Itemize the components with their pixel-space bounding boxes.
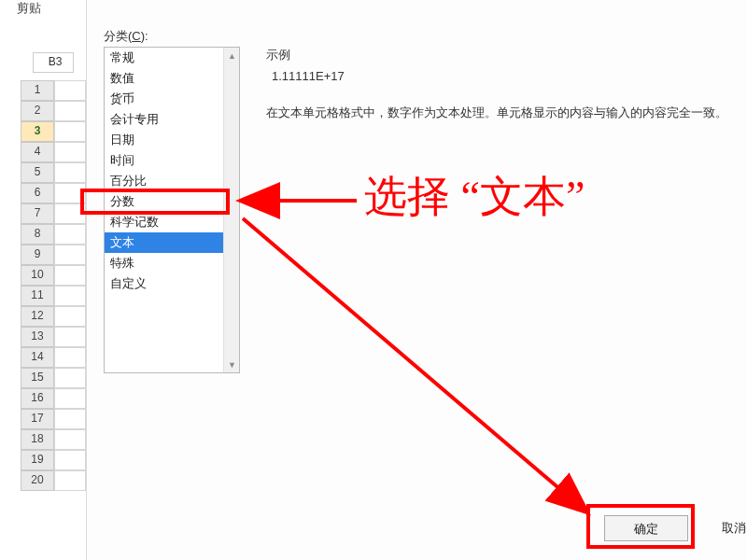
sheet-row: 7 — [21, 203, 86, 224]
sheet-row: 20 — [21, 470, 86, 491]
category-item[interactable]: 货币 — [105, 89, 239, 109]
cell[interactable] — [54, 470, 86, 491]
sheet-grid: 1234567891011121314151617181920 — [21, 80, 86, 491]
ribbon-clipboard-label: 剪贴 — [17, 0, 41, 17]
sheet-row: 5 — [21, 162, 86, 183]
category-item[interactable]: 时间 — [105, 150, 239, 171]
cell[interactable] — [54, 409, 86, 429]
example-value: 1.11111E+17 — [266, 65, 733, 87]
annotation-instruction: 选择 “文本” — [364, 168, 585, 226]
row-header[interactable]: 18 — [21, 429, 54, 450]
row-header[interactable]: 9 — [21, 245, 54, 265]
cell[interactable] — [54, 162, 86, 183]
sheet-row: 15 — [21, 368, 86, 388]
cell[interactable] — [54, 142, 86, 162]
sheet-row: 9 — [21, 245, 86, 265]
row-header[interactable]: 14 — [21, 347, 54, 368]
row-header[interactable]: 7 — [21, 203, 54, 224]
sheet-row: 16 — [21, 388, 86, 409]
row-header[interactable]: 20 — [21, 470, 54, 491]
sheet-row: 19 — [21, 450, 86, 470]
cell[interactable] — [54, 347, 86, 368]
row-header[interactable]: 10 — [21, 265, 54, 286]
category-label: 分类(C): — [104, 28, 148, 45]
cell[interactable] — [54, 429, 86, 450]
category-item[interactable]: 特殊 — [105, 253, 239, 273]
row-header[interactable]: 15 — [21, 368, 54, 388]
cell[interactable] — [54, 265, 86, 286]
sheet-row: 18 — [21, 429, 86, 450]
row-header[interactable]: 8 — [21, 224, 54, 245]
cell[interactable] — [54, 224, 86, 245]
category-item[interactable]: 数值 — [105, 68, 239, 89]
format-description: 在文本单元格格式中，数字作为文本处理。单元格显示的内容与输入的内容完全一致。 — [266, 103, 747, 123]
row-header[interactable]: 6 — [21, 183, 54, 203]
sheet-row: 12 — [21, 306, 86, 327]
row-header[interactable]: 1 — [21, 80, 54, 101]
cell[interactable] — [54, 450, 86, 470]
category-item[interactable]: 日期 — [105, 130, 239, 150]
cell[interactable] — [54, 245, 86, 265]
category-item[interactable]: 文本 — [105, 232, 239, 253]
sheet-row: 1 — [21, 80, 86, 101]
category-item[interactable]: 会计专用 — [105, 109, 239, 130]
sheet-row: 6 — [21, 183, 86, 203]
format-cells-dialog: 分类(C): 常规数值货币会计专用日期时间百分比分数科学记数文本特殊自定义 ▲ … — [86, 0, 747, 560]
cell[interactable] — [54, 101, 86, 121]
row-header[interactable]: 4 — [21, 142, 54, 162]
sheet-row: 2 — [21, 101, 86, 121]
cell[interactable] — [54, 80, 86, 101]
sheet-row: 17 — [21, 409, 86, 429]
row-header[interactable]: 2 — [21, 101, 54, 121]
sheet-row: 4 — [21, 142, 86, 162]
spreadsheet-fragment: 剪贴 B3 1234567891011121314151617181920 — [0, 0, 86, 560]
sheet-row: 13 — [21, 327, 86, 347]
cancel-button[interactable]: 取消 — [722, 515, 747, 541]
category-item[interactable]: 科学记数 — [105, 212, 239, 232]
row-header[interactable]: 19 — [21, 450, 54, 470]
sheet-row: 10 — [21, 265, 86, 286]
row-header[interactable]: 13 — [21, 327, 54, 347]
sheet-row: 14 — [21, 347, 86, 368]
cell[interactable] — [54, 286, 86, 306]
row-header[interactable]: 12 — [21, 306, 54, 327]
cell[interactable] — [54, 327, 86, 347]
annotation-box-text-item — [80, 189, 230, 215]
scroll-down-icon[interactable]: ▼ — [224, 357, 240, 372]
row-header[interactable]: 16 — [21, 388, 54, 409]
category-item[interactable]: 自定义 — [105, 273, 239, 294]
row-header[interactable]: 3 — [21, 121, 54, 142]
sheet-row: 11 — [21, 286, 86, 306]
example-label: 示例 — [266, 47, 290, 63]
row-header[interactable]: 11 — [21, 286, 54, 306]
scroll-up-icon[interactable]: ▲ — [224, 48, 240, 63]
sheet-row: 8 — [21, 224, 86, 245]
cell[interactable] — [54, 121, 86, 142]
name-box[interactable]: B3 — [33, 52, 74, 73]
row-header[interactable]: 5 — [21, 162, 54, 183]
cell[interactable] — [54, 306, 86, 327]
annotation-box-ok-button — [586, 504, 695, 549]
category-item[interactable]: 常规 — [105, 48, 239, 68]
cell[interactable] — [54, 368, 86, 388]
row-header[interactable]: 17 — [21, 409, 54, 429]
cell[interactable] — [54, 388, 86, 409]
sheet-row: 3 — [21, 121, 86, 142]
